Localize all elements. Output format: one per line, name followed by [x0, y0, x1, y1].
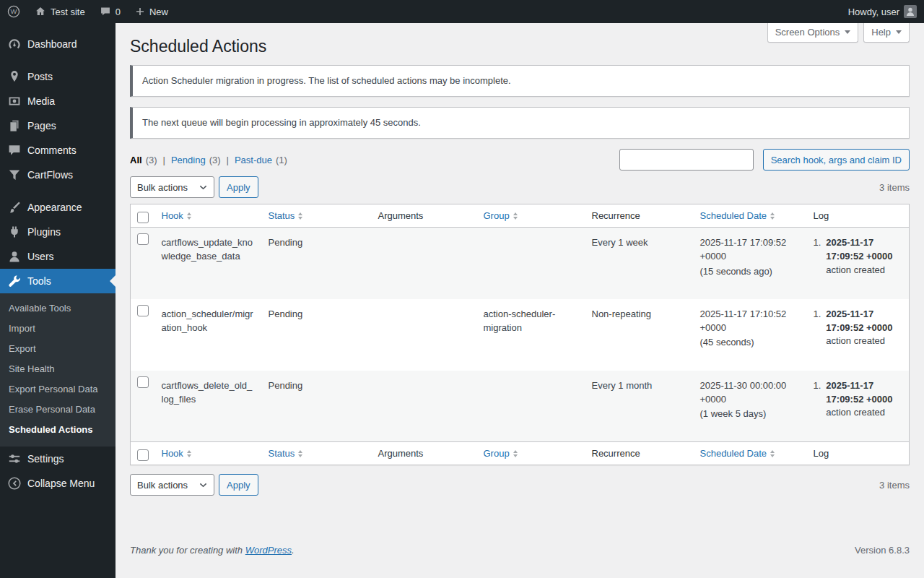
column-sort-status-footer[interactable]: Status	[269, 448, 303, 459]
bulk-actions-select[interactable]: Bulk actions	[130, 176, 214, 198]
bulk-actions-selected-value-bottom: Bulk actions	[137, 480, 188, 491]
column-sort-group-footer[interactable]: Group	[484, 448, 518, 459]
sidebar-label-settings: Settings	[27, 452, 64, 466]
sidebar-label-collapse: Collapse Menu	[27, 476, 95, 491]
scheduled-actions-table: Hook Status Arguments Group Recurrence S…	[130, 204, 910, 465]
comments-icon	[7, 143, 22, 158]
sidebar-item-media[interactable]: Media	[0, 89, 116, 113]
comments-link[interactable]: 0	[92, 0, 128, 23]
submenu-item-import[interactable]: Import	[0, 319, 116, 339]
cell-recurrence: Every 1 week	[585, 228, 693, 299]
filter-pending-count: (3)	[209, 155, 221, 165]
table-footer-row: Hook Status Arguments Group Recurrence S…	[131, 442, 910, 465]
filter-all[interactable]: All	[130, 155, 142, 165]
help-label: Help	[871, 27, 891, 38]
sidebar-item-settings[interactable]: Settings	[0, 447, 116, 471]
sort-arrows-icon	[513, 450, 518, 457]
column-sort-hook[interactable]: Hook	[162, 210, 191, 221]
apply-button[interactable]: Apply	[219, 176, 258, 198]
cell-scheduled-date: 2025-11-17 17:09:52 +0000 (15 seconds ag…	[693, 228, 806, 299]
filter-past-due[interactable]: Past-due	[235, 155, 272, 165]
filter-separator: |	[163, 155, 165, 165]
submenu-item-export-personal-data[interactable]: Export Personal Data	[0, 379, 116, 400]
screen-options-button[interactable]: Screen Options	[767, 23, 859, 43]
screen-options-label: Screen Options	[775, 27, 840, 38]
filter-all-count: (3)	[146, 155, 157, 165]
sidebar-item-tools[interactable]: Tools	[0, 269, 116, 293]
select-chevron-icon	[199, 483, 207, 488]
my-account-link[interactable]: Howdy, user	[841, 0, 924, 23]
filter-past-due-count: (1)	[276, 155, 287, 165]
sidebar-item-posts[interactable]: Posts	[0, 64, 116, 89]
cartflows-funnel-icon	[7, 168, 22, 182]
wordpress-link[interactable]: WordPress	[245, 545, 292, 556]
admin-bar: Test site 0 New Howdy, user	[0, 0, 924, 23]
column-sort-scheduled-date[interactable]: Scheduled Date	[700, 210, 775, 221]
collapse-arrow-icon	[7, 476, 22, 491]
submenu-item-erase-personal-data[interactable]: Erase Personal Data	[0, 400, 116, 420]
tools-wrench-icon	[7, 274, 22, 288]
cell-hook: cartflows_update_knowledge_base_data	[154, 228, 261, 299]
table-row: cartflows_update_knowledge_base_data Pen…	[131, 228, 910, 299]
column-sort-group[interactable]: Group	[484, 210, 518, 221]
submenu-item-scheduled-actions[interactable]: Scheduled Actions	[0, 420, 116, 440]
sidebar-item-users[interactable]: Users	[0, 244, 116, 269]
appearance-brush-icon	[7, 200, 22, 215]
sidebar-label-appearance: Appearance	[27, 200, 82, 215]
wordpress-logo-link[interactable]	[0, 0, 27, 23]
sidebar-label-plugins: Plugins	[27, 225, 61, 239]
cell-group: action-scheduler-migration	[476, 299, 585, 371]
bulk-actions-top: Bulk actions Apply	[130, 176, 258, 198]
select-all-checkbox-footer[interactable]	[137, 449, 149, 461]
sidebar-item-pages[interactable]: Pages	[0, 113, 116, 138]
submenu-item-site-health[interactable]: Site Health	[0, 359, 116, 379]
cell-scheduled-date: 2025-11-30 00:00:00 +0000 (1 week 5 days…	[693, 371, 806, 442]
bulk-actions-select-bottom[interactable]: Bulk actions	[130, 474, 214, 496]
sidebar-item-plugins[interactable]: Plugins	[0, 220, 116, 244]
sort-arrows-icon	[770, 450, 775, 457]
search-submit-button[interactable]: Search hook, args and claim ID	[763, 149, 910, 171]
chevron-down-icon	[896, 30, 902, 34]
sort-arrows-icon	[187, 212, 191, 220]
plugins-plug-icon	[7, 225, 22, 239]
sort-arrows-icon	[298, 450, 302, 457]
sidebar-label-tools: Tools	[27, 274, 51, 288]
sidebar-item-collapse-menu[interactable]: Collapse Menu	[0, 471, 116, 496]
select-all-checkbox[interactable]	[137, 212, 149, 223]
row-checkbox[interactable]	[137, 376, 149, 388]
apply-button-bottom[interactable]: Apply	[219, 474, 258, 496]
submenu-item-export[interactable]: Export	[0, 339, 116, 359]
help-button[interactable]: Help	[863, 23, 910, 43]
sidebar-item-cartflows[interactable]: CartFlows	[0, 163, 116, 187]
column-sort-scheduled-date-footer[interactable]: Scheduled Date	[700, 448, 775, 459]
sidebar-item-appearance[interactable]: Appearance	[0, 195, 116, 220]
new-label: New	[149, 7, 168, 17]
tablenav-top: Bulk actions Apply 3 items	[130, 176, 910, 198]
search-input[interactable]	[619, 149, 754, 171]
cell-recurrence: Every 1 month	[585, 371, 693, 442]
tablenav-bottom: Bulk actions Apply 3 items	[130, 474, 910, 496]
cell-hook: cartflows_delete_old_log_files	[154, 371, 261, 442]
row-checkbox[interactable]	[137, 305, 149, 316]
column-header-arguments: Arguments	[378, 210, 424, 221]
main-content: Screen Options Help Scheduled Actions Ac…	[116, 23, 924, 578]
column-header-log: Log	[814, 210, 829, 221]
sidebar-label-posts: Posts	[27, 69, 53, 84]
cell-log: 1. 2025-11-17 17:09:52 +0000 action crea…	[806, 371, 910, 442]
column-sort-hook-footer[interactable]: Hook	[162, 448, 191, 459]
new-content-link[interactable]: New	[128, 0, 175, 23]
row-checkbox[interactable]	[137, 233, 149, 245]
cell-hook: action_scheduler/migration_hook	[154, 299, 261, 371]
admin-bar-left: Test site 0 New	[0, 0, 175, 23]
submenu-item-available-tools[interactable]: Available Tools	[0, 298, 116, 319]
filter-pending[interactable]: Pending	[171, 155, 206, 165]
screen-meta-links: Screen Options Help	[767, 23, 910, 43]
column-sort-status[interactable]: Status	[269, 210, 303, 221]
items-count: 3 items	[879, 182, 910, 193]
sidebar-item-comments[interactable]: Comments	[0, 138, 116, 163]
sidebar-item-dashboard[interactable]: Dashboard	[0, 32, 116, 56]
footer-thanks: Thank you for creating with WordPress.	[130, 545, 295, 556]
cell-scheduled-date: 2025-11-17 17:10:52 +0000 (45 seconds)	[693, 299, 806, 371]
bulk-actions-bottom: Bulk actions Apply	[130, 474, 258, 496]
site-name-link[interactable]: Test site	[27, 0, 92, 23]
